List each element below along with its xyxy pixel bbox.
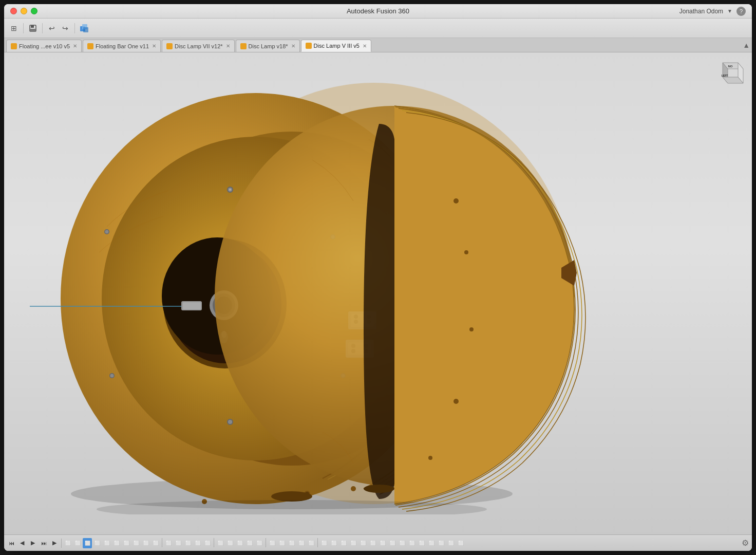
maximize-button[interactable] [31, 8, 37, 14]
bt-icon-14[interactable]: ⬜ [193, 538, 202, 548]
svg-rect-5 [83, 27, 88, 32]
bt-icon-9[interactable]: ⬜ [141, 538, 150, 548]
svg-point-91 [428, 456, 432, 460]
bt-icon-10[interactable]: ⬜ [151, 538, 160, 548]
skip-end-button[interactable]: ⏭ [39, 538, 49, 548]
bt-icon-16[interactable]: ⬜ [216, 538, 225, 548]
bt-icon-37[interactable]: ⬜ [427, 538, 436, 548]
nav-cube[interactable]: NO LEFT [715, 59, 746, 89]
bt-icon-29[interactable]: ⬜ [349, 538, 358, 548]
title-bar-right: Jonathan Odom ▼ ? [679, 7, 746, 16]
bt-icon-3[interactable]: ⬜ [83, 538, 92, 548]
bt-icon-24[interactable]: ⬜ [297, 538, 306, 548]
svg-point-98 [97, 500, 487, 519]
tab-floating-ee[interactable]: Floating ...ee v10 v5 ✕ [6, 40, 82, 52]
window-controls [10, 8, 37, 14]
user-dropdown-icon[interactable]: ▼ [727, 8, 732, 14]
svg-rect-71 [183, 302, 201, 309]
play-button[interactable]: ▶ [49, 538, 60, 548]
bt-icon-1[interactable]: ⬜ [63, 538, 72, 548]
svg-point-68 [105, 230, 109, 234]
tab-icon-4 [240, 43, 247, 49]
redo-icon[interactable]: ↪ [60, 23, 71, 34]
bt-icon-13[interactable]: ⬜ [183, 538, 193, 548]
tab-close-2[interactable]: ✕ [152, 43, 156, 49]
window-title: Autodesk Fusion 360 [347, 7, 409, 15]
minimize-button[interactable] [21, 8, 27, 14]
bt-icon-39[interactable]: ⬜ [446, 538, 456, 548]
bt-icon-27[interactable]: ⬜ [329, 538, 338, 548]
bt-divider-2 [162, 538, 162, 547]
bt-icon-12[interactable]: ⬜ [174, 538, 183, 548]
bt-icon-31[interactable]: ⬜ [368, 538, 377, 548]
tab-close-3[interactable]: ✕ [226, 43, 230, 49]
tab-label-4: Disc Lamp v18* [249, 43, 288, 49]
undo-icon[interactable]: ↩ [46, 23, 58, 34]
bt-icon-22[interactable]: ⬜ [277, 538, 287, 548]
nav-cube-left-label: LEFT [722, 74, 728, 77]
grid-icon[interactable]: ⊞ [8, 23, 20, 34]
bt-icon-32[interactable]: ⬜ [378, 538, 387, 548]
tab-disc-lamp-vii[interactable]: Disc Lamp VII v12* ✕ [162, 40, 235, 52]
bt-icon-25[interactable]: ⬜ [307, 538, 316, 548]
bt-icon-4[interactable]: ⬜ [92, 538, 102, 548]
close-button[interactable] [10, 8, 17, 14]
bt-icon-2[interactable]: ⬜ [73, 538, 82, 548]
viewport[interactable]: NO LEFT [4, 52, 752, 534]
tab-disc-lamp-v18[interactable]: Disc Lamp v18* ✕ [236, 40, 300, 52]
settings-gear-icon[interactable]: ⚙ [742, 538, 749, 548]
save-icon[interactable] [27, 23, 39, 34]
tab-close-4[interactable]: ✕ [291, 43, 295, 49]
tab-floating-bar[interactable]: Floating Bar One v11 ✕ [83, 40, 161, 52]
bt-icon-6[interactable]: ⬜ [112, 538, 121, 548]
bt-icon-8[interactable]: ⬜ [131, 538, 141, 548]
svg-point-97 [364, 485, 394, 493]
bt-icon-15[interactable]: ⬜ [203, 538, 212, 548]
3d-model [4, 52, 752, 534]
bt-icon-20[interactable]: ⬜ [255, 538, 264, 548]
prev-button[interactable]: ◀ [17, 538, 27, 548]
bt-icon-35[interactable]: ⬜ [407, 538, 417, 548]
view-cube-icon[interactable] [79, 23, 90, 34]
tab-label-3: Disc Lamp VII v12* [175, 43, 223, 49]
bt-icon-17[interactable]: ⬜ [225, 538, 235, 548]
toolbar-divider-2 [42, 23, 43, 33]
next-button[interactable]: ▶ [28, 538, 38, 548]
bt-icon-18[interactable]: ⬜ [235, 538, 244, 548]
bt-icon-11[interactable]: ⬜ [164, 538, 173, 548]
tab-icon-3 [166, 43, 173, 49]
bt-divider-5 [317, 538, 318, 547]
user-name[interactable]: Jonathan Odom [679, 8, 723, 15]
tabs-scroll-button[interactable]: ▲ [743, 41, 750, 49]
title-bar: Autodesk Fusion 360 Jonathan Odom ▼ ? [4, 4, 752, 18]
bt-icon-26[interactable]: ⬜ [319, 538, 329, 548]
tab-icon-2 [87, 43, 93, 49]
bt-icon-33[interactable]: ⬜ [388, 538, 397, 548]
skip-start-button[interactable]: ⏮ [6, 538, 16, 548]
svg-point-64 [228, 420, 232, 424]
tab-close-1[interactable]: ✕ [73, 43, 77, 49]
bt-divider-3 [214, 538, 214, 547]
tab-icon-1 [11, 43, 17, 49]
bt-icon-34[interactable]: ⬜ [398, 538, 407, 548]
bt-icon-19[interactable]: ⬜ [245, 538, 254, 548]
tab-close-5[interactable]: ✕ [363, 43, 367, 49]
svg-rect-2 [30, 29, 35, 31]
tab-label-5: Disc Lamp V III v5 [314, 43, 360, 49]
help-button[interactable]: ? [736, 7, 746, 16]
bt-icon-21[interactable]: ⬜ [268, 538, 277, 548]
bt-icon-5[interactable]: ⬜ [102, 538, 111, 548]
tab-disc-lamp-viii[interactable]: Disc Lamp V III v5 ✕ [301, 40, 371, 52]
svg-point-90 [453, 399, 459, 404]
bt-icon-40[interactable]: ⬜ [456, 538, 465, 548]
bt-icon-36[interactable]: ⬜ [417, 538, 426, 548]
bt-icon-30[interactable]: ⬜ [358, 538, 368, 548]
bt-icon-28[interactable]: ⬜ [339, 538, 348, 548]
bt-icon-7[interactable]: ⬜ [122, 538, 131, 548]
toolbar-divider-3 [74, 23, 75, 33]
toolbar-divider-1 [23, 23, 24, 33]
bt-icon-38[interactable]: ⬜ [437, 538, 446, 548]
svg-point-88 [464, 250, 468, 254]
bt-icon-23[interactable]: ⬜ [287, 538, 296, 548]
bt-divider-4 [266, 538, 266, 547]
